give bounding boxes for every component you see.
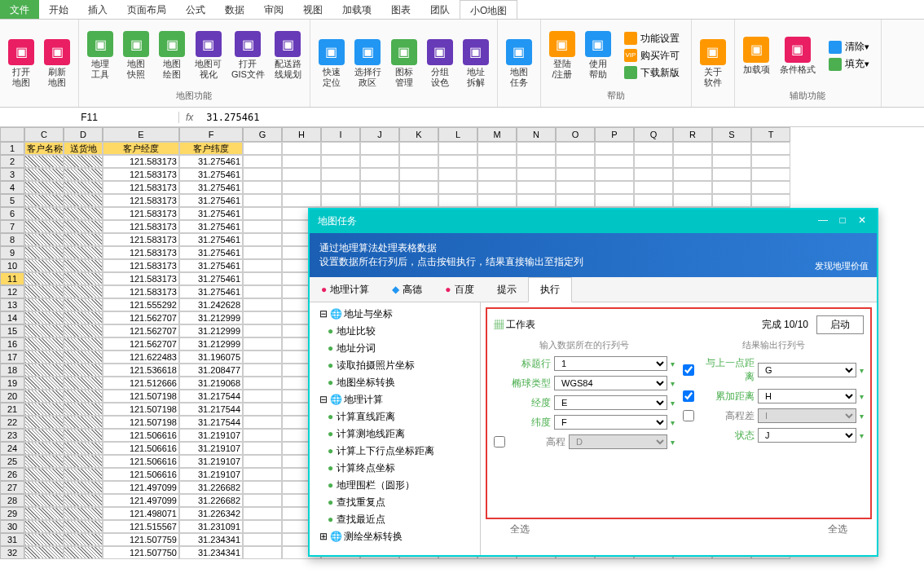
cell[interactable] [634, 155, 673, 168]
name-box[interactable]: F11 [0, 112, 179, 123]
col-header-G[interactable]: G [243, 127, 282, 142]
cell[interactable]: 31.275461 [179, 246, 243, 259]
cell[interactable] [243, 272, 282, 285]
cell[interactable]: 121.622483 [103, 351, 179, 364]
cell[interactable]: 31.275461 [179, 285, 243, 298]
cell[interactable] [556, 168, 595, 181]
dropdown-icon[interactable]: ▾ [860, 431, 864, 440]
cell[interactable] [712, 142, 751, 155]
cell[interactable] [24, 181, 64, 194]
cell[interactable]: 31.275461 [179, 220, 243, 233]
cell[interactable] [556, 181, 595, 194]
cell[interactable]: 31.234341 [179, 533, 243, 546]
cell[interactable]: 31.212999 [179, 337, 243, 351]
select-all-right[interactable]: 全选 [828, 522, 847, 536]
cell[interactable] [64, 546, 103, 559]
ribbon-btn[interactable]: ▣地理 工具 [82, 23, 118, 88]
cell-header[interactable]: 客户经度 [103, 142, 179, 155]
cell[interactable] [243, 377, 282, 390]
cell[interactable] [438, 142, 477, 155]
cell[interactable]: 31.208477 [179, 364, 243, 377]
cell[interactable]: 121.583173 [103, 194, 179, 207]
cell[interactable] [634, 142, 673, 155]
cell[interactable]: 31.275461 [179, 168, 243, 181]
cell[interactable] [24, 416, 64, 429]
cell[interactable] [673, 168, 712, 181]
cell[interactable]: 31.275461 [179, 272, 243, 285]
formula-input[interactable]: 31.275461 [200, 112, 924, 123]
cell[interactable]: 121.506616 [103, 442, 179, 455]
cell[interactable] [477, 142, 517, 155]
cell[interactable] [64, 481, 103, 494]
cell[interactable]: 121.583173 [103, 272, 179, 285]
cell[interactable] [360, 168, 399, 181]
cell[interactable]: 31.196075 [179, 351, 243, 364]
cell[interactable] [24, 272, 64, 285]
cell[interactable] [243, 207, 282, 220]
cell[interactable]: 121.507759 [103, 533, 179, 546]
cell[interactable]: 121.583173 [103, 181, 179, 194]
cell[interactable] [64, 324, 103, 337]
cell[interactable] [24, 429, 64, 442]
cell[interactable] [24, 337, 64, 351]
cell[interactable] [64, 429, 103, 442]
cell[interactable]: 31.219068 [179, 377, 243, 390]
cell[interactable] [595, 168, 634, 181]
form-select[interactable]: I [758, 408, 856, 423]
cell[interactable]: 121.498071 [103, 507, 179, 520]
col-header-L[interactable]: L [438, 127, 477, 142]
cell[interactable] [243, 246, 282, 259]
ribbon-btn[interactable]: ▣打开 GIS文件 [227, 23, 270, 88]
tree-item[interactable]: ●读取拍摄照片坐标 [313, 357, 477, 374]
cell[interactable]: 31.212999 [179, 324, 243, 337]
cell[interactable] [243, 337, 282, 351]
checkbox[interactable] [683, 410, 694, 421]
cell[interactable]: 31.219107 [179, 442, 243, 455]
row-header[interactable]: 16 [0, 337, 24, 351]
tab-insert[interactable]: 插入 [78, 0, 117, 19]
cell[interactable]: 31.275461 [179, 155, 243, 168]
form-select[interactable]: F [554, 415, 667, 430]
cell[interactable]: 121.506616 [103, 455, 179, 468]
cell[interactable] [477, 181, 517, 194]
row-header[interactable]: 4 [0, 181, 24, 194]
cell[interactable] [24, 520, 64, 533]
cell[interactable] [243, 429, 282, 442]
cell[interactable] [673, 142, 712, 155]
cell[interactable]: 31.226342 [179, 507, 243, 520]
cell[interactable]: 121.507198 [103, 416, 179, 429]
cell[interactable] [24, 442, 64, 455]
cell[interactable] [360, 142, 399, 155]
cell[interactable] [24, 233, 64, 246]
cell[interactable]: 121.562707 [103, 337, 179, 351]
tab-view[interactable]: 视图 [293, 0, 332, 19]
row-header[interactable]: 32 [0, 546, 24, 559]
cell[interactable] [243, 455, 282, 468]
row-header[interactable]: 28 [0, 494, 24, 507]
cell[interactable] [712, 155, 751, 168]
btn-settings[interactable]: 功能设置 [621, 30, 683, 47]
ribbon-btn[interactable]: ▣地图 任务 [501, 23, 537, 104]
cell[interactable]: 121.583173 [103, 233, 179, 246]
row-header[interactable]: 10 [0, 259, 24, 272]
cell[interactable] [477, 168, 517, 181]
cell[interactable] [64, 364, 103, 377]
cell[interactable]: 121.536618 [103, 364, 179, 377]
ribbon-btn[interactable]: ▣地图 快照 [118, 23, 154, 88]
cell[interactable]: 121.583173 [103, 168, 179, 181]
cell[interactable]: 121.507750 [103, 546, 179, 559]
row-header[interactable]: 12 [0, 285, 24, 298]
cell[interactable] [24, 155, 64, 168]
cell[interactable] [24, 533, 64, 546]
col-header-I[interactable]: I [321, 127, 360, 142]
btn-license[interactable]: VIP购买许可 [621, 47, 683, 64]
tab-formula[interactable]: 公式 [176, 0, 215, 19]
cell[interactable] [243, 520, 282, 533]
tab-addin[interactable]: 加载项 [332, 0, 381, 19]
col-header-N[interactable]: N [517, 127, 556, 142]
cell-header[interactable]: 客户名称 [24, 142, 64, 155]
cell[interactable] [243, 311, 282, 324]
ribbon-btn[interactable]: ▣登陆 /注册 [544, 23, 580, 88]
cell[interactable] [243, 494, 282, 507]
col-header-M[interactable]: M [477, 127, 517, 142]
